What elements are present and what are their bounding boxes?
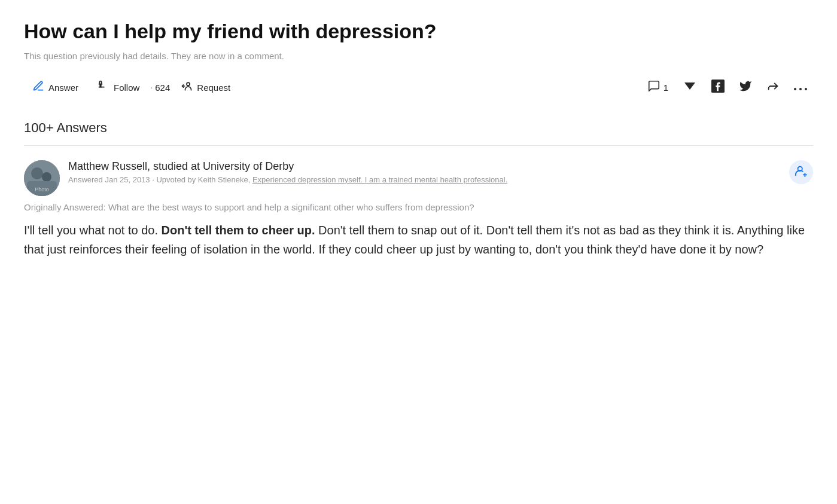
comment-button[interactable]: 1	[641, 75, 674, 100]
follow-button[interactable]: Follow	[89, 75, 148, 100]
twitter-share-button[interactable]	[733, 75, 758, 100]
svg-point-3	[794, 88, 796, 90]
answers-header: 100+ Answers	[24, 120, 813, 136]
twitter-icon	[739, 80, 752, 96]
author-row: Photo Matthew Russell, studied at Univer…	[24, 160, 813, 196]
answer-body: I'll tell you what not to do. Don't tell…	[24, 221, 813, 259]
answer-content: Photo Matthew Russell, studied at Univer…	[24, 160, 813, 259]
question-title: How can I help my friend with depression…	[24, 19, 813, 44]
share-icon	[766, 80, 780, 96]
answer-bold-phrase: Don't tell them to cheer up.	[162, 224, 315, 237]
follow-count: 624	[155, 83, 170, 93]
right-actions: 1	[641, 74, 813, 101]
svg-text:Photo: Photo	[35, 187, 49, 193]
more-options-icon	[794, 81, 807, 94]
answer-meta: Answered Jan 25, 2013 · Upvoted by Keith…	[68, 175, 781, 185]
svg-point-8	[42, 172, 51, 182]
upvote-info: Upvoted by Keith Stieneke, Experienced d…	[156, 175, 507, 184]
upvoter-credential-link[interactable]: Experienced depression myself. I am a tr…	[252, 175, 507, 184]
svg-point-5	[805, 88, 807, 90]
more-options-button[interactable]	[788, 77, 813, 99]
answers-divider	[24, 145, 813, 146]
author-avatar: Photo	[24, 160, 60, 196]
comment-count: 1	[663, 83, 668, 93]
follow-divider: ·	[150, 83, 153, 92]
answer-button[interactable]: Answer	[24, 75, 87, 100]
share-button[interactable]	[760, 75, 786, 100]
facebook-icon	[711, 80, 725, 96]
answer-label: Answer	[48, 83, 78, 93]
facebook-share-button[interactable]	[705, 75, 731, 100]
question-subtitle: This question previously had details. Th…	[24, 51, 813, 61]
svg-marker-1	[684, 83, 695, 90]
author-name[interactable]: Matthew Russell, studied at University o…	[68, 160, 781, 173]
request-button[interactable]: Request	[172, 75, 239, 100]
request-icon	[181, 80, 193, 95]
svg-point-4	[799, 88, 802, 90]
originally-answered: Originally Answered: What are the best w…	[24, 202, 813, 212]
action-bar: Answer Follow · 624	[24, 74, 813, 101]
answer-block: Photo Matthew Russell, studied at Univer…	[24, 160, 813, 259]
downvote-icon	[683, 79, 697, 96]
follow-icon	[98, 80, 109, 95]
downvote-button[interactable]	[677, 74, 703, 101]
follow-label: Follow	[114, 83, 139, 93]
svg-point-0	[187, 83, 190, 85]
answered-date: Answered Jan 25, 2013	[68, 175, 150, 184]
author-info: Matthew Russell, studied at University o…	[68, 160, 781, 185]
request-label: Request	[197, 83, 230, 93]
follow-author-icon	[795, 164, 808, 179]
answer-icon	[32, 80, 44, 95]
comment-icon	[647, 80, 661, 96]
follow-author-button[interactable]	[789, 160, 813, 184]
svg-point-7	[31, 167, 43, 179]
